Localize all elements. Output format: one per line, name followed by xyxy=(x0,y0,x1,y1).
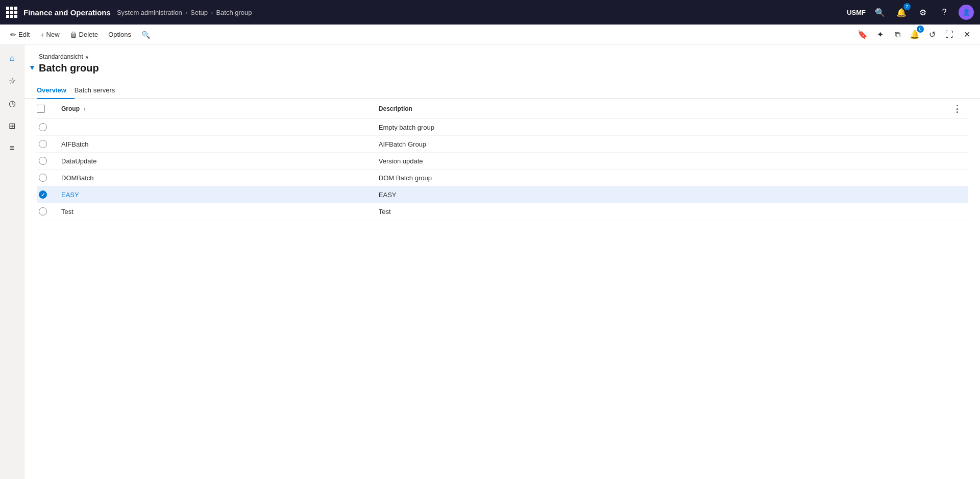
group-column-header[interactable]: Group ↑ xyxy=(55,99,373,119)
user-avatar[interactable]: 👤 xyxy=(959,5,974,20)
action-bar-badge: 0 xyxy=(917,26,924,33)
sidebar-item-favorites[interactable]: ☆ xyxy=(3,71,21,90)
row-description-cell: Empty batch group xyxy=(373,119,825,136)
delete-button[interactable]: 🗑 Delete xyxy=(66,29,103,41)
table-row[interactable]: AIFBatchAIFBatch Group xyxy=(37,136,968,153)
filter-icon[interactable]: ▼ xyxy=(29,63,36,71)
table-body: Empty batch groupAIFBatchAIFBatch GroupD… xyxy=(37,119,968,220)
row-options-cell xyxy=(825,153,968,170)
row-options-cell xyxy=(825,170,968,186)
bookmark-button[interactable]: 🔖 xyxy=(855,28,870,42)
app-menu-button[interactable] xyxy=(6,7,17,18)
new-icon: + xyxy=(40,31,44,39)
new-button[interactable]: + New xyxy=(36,29,63,41)
row-select-cell[interactable] xyxy=(37,119,55,136)
company-selector[interactable]: USMF xyxy=(847,9,866,16)
search-button[interactable]: 🔍 xyxy=(873,5,887,19)
row-group-cell: AIFBatch xyxy=(55,136,373,153)
row-select-cell[interactable] xyxy=(37,136,55,153)
row-select-cell[interactable] xyxy=(37,186,55,203)
row-description-cell: AIFBatch Group xyxy=(373,136,825,153)
table-row[interactable]: Empty batch group xyxy=(37,119,968,136)
tab-batch-servers[interactable]: Batch servers xyxy=(75,82,123,99)
breadcrumb-current: Batch group xyxy=(216,9,252,16)
select-all-header[interactable] xyxy=(37,99,55,119)
description-column-header: Description xyxy=(373,99,825,119)
top-bar-left: Finance and Operations System administra… xyxy=(6,7,843,18)
row-description-cell: DOM Batch group xyxy=(373,170,825,186)
column-options-header[interactable]: ⋮ xyxy=(825,99,968,119)
table-row[interactable]: TestTest xyxy=(37,203,968,220)
action-bar: ✏ Edit + New 🗑 Delete Options 🔍 🔖 ✦ ⧉ 🔔 … xyxy=(0,25,980,45)
maximize-button[interactable]: ⛶ xyxy=(942,28,957,42)
row-checkbox[interactable] xyxy=(39,207,47,215)
close-button[interactable]: ✕ xyxy=(960,28,974,42)
top-navigation-bar: Finance and Operations System administra… xyxy=(0,0,980,25)
row-checkbox[interactable] xyxy=(39,140,47,148)
row-group-cell: EASY xyxy=(55,186,373,203)
sidebar-item-recent[interactable]: ◷ xyxy=(3,94,21,112)
search-filter-button[interactable]: 🔍 xyxy=(137,29,154,41)
edit-button[interactable]: ✏ Edit xyxy=(6,29,34,41)
table-row[interactable]: DOMBatchDOM Batch group xyxy=(37,170,968,186)
table-row[interactable]: EASYEASY xyxy=(37,186,968,203)
row-checkbox[interactable] xyxy=(39,190,47,199)
row-group-cell: DataUpdate xyxy=(55,153,373,170)
breadcrumb-setup[interactable]: Setup xyxy=(190,9,208,16)
options-button[interactable]: Options xyxy=(104,29,135,40)
breadcrumb: System administration › Setup › Batch gr… xyxy=(117,9,252,16)
breadcrumb-sep-2: › xyxy=(211,9,213,16)
group-sort-icon: ↑ xyxy=(83,106,86,112)
help-button[interactable]: ? xyxy=(937,5,951,19)
delete-icon: 🗑 xyxy=(70,31,77,39)
row-select-cell[interactable] xyxy=(37,203,55,220)
notification-badge: 7 xyxy=(903,3,911,10)
table-area: Group ↑ Description ⋮ Empty batch groupA… xyxy=(24,99,980,479)
notifications-button[interactable]: 🔔 7 xyxy=(894,5,909,19)
batch-group-table: Group ↑ Description ⋮ Empty batch groupA… xyxy=(37,99,968,220)
content-area: ▼ Standardansicht ∨ Batch group Overview… xyxy=(24,45,980,479)
row-select-cell[interactable] xyxy=(37,153,55,170)
row-select-cell[interactable] xyxy=(37,170,55,186)
edit-icon: ✏ xyxy=(10,31,16,39)
open-new-window-button[interactable]: ⧉ xyxy=(890,28,904,42)
main-layout: ⌂ ☆ ◷ ⊞ ≡ ▼ Standardansicht ∨ Batch grou… xyxy=(0,45,980,479)
table-header-row: Group ↑ Description ⋮ xyxy=(37,99,968,119)
row-checkbox[interactable] xyxy=(39,157,47,165)
action-bar-right: 🔖 ✦ ⧉ 🔔 0 ↺ ⛶ ✕ xyxy=(855,28,974,42)
personalize-button[interactable]: ✦ xyxy=(873,28,887,42)
tab-overview[interactable]: Overview xyxy=(37,82,75,99)
sidebar: ⌂ ☆ ◷ ⊞ ≡ xyxy=(0,45,24,479)
search-filter-icon: 🔍 xyxy=(141,31,150,39)
row-description-cell: Version update xyxy=(373,153,825,170)
page-title: Batch group xyxy=(39,62,99,74)
row-checkbox[interactable] xyxy=(39,174,47,182)
row-checkbox[interactable] xyxy=(39,123,47,131)
table-row[interactable]: DataUpdateVersion update xyxy=(37,153,968,170)
row-options-cell xyxy=(825,136,968,153)
row-description-cell: Test xyxy=(373,203,825,220)
breadcrumb-system-admin[interactable]: System administration xyxy=(117,9,182,16)
sidebar-item-workspaces[interactable]: ⊞ xyxy=(3,116,21,135)
row-options-cell xyxy=(825,203,968,220)
row-options-cell xyxy=(825,186,968,203)
page-header: ▼ Standardansicht ∨ Batch group xyxy=(24,45,980,82)
select-all-checkbox[interactable] xyxy=(37,105,45,113)
app-title: Finance and Operations xyxy=(23,8,111,17)
view-selector[interactable]: Standardansicht ∨ xyxy=(39,53,99,60)
sidebar-item-home[interactable]: ⌂ xyxy=(3,49,21,67)
row-options-cell xyxy=(825,119,968,136)
view-selector-chevron: ∨ xyxy=(85,54,89,60)
sidebar-item-modules[interactable]: ≡ xyxy=(3,139,21,157)
tabs-container: Overview Batch servers xyxy=(24,82,980,99)
row-group-cell: DOMBatch xyxy=(55,170,373,186)
breadcrumb-sep-1: › xyxy=(185,9,187,16)
row-group-cell: Test xyxy=(55,203,373,220)
top-bar-right: USMF 🔍 🔔 7 ⚙ ? 👤 xyxy=(847,5,974,20)
settings-button[interactable]: ⚙ xyxy=(916,5,930,19)
notifications-inline-button[interactable]: 🔔 0 xyxy=(908,28,922,42)
row-description-cell: EASY xyxy=(373,186,825,203)
row-group-cell xyxy=(55,119,373,136)
refresh-button[interactable]: ↺ xyxy=(925,28,939,42)
